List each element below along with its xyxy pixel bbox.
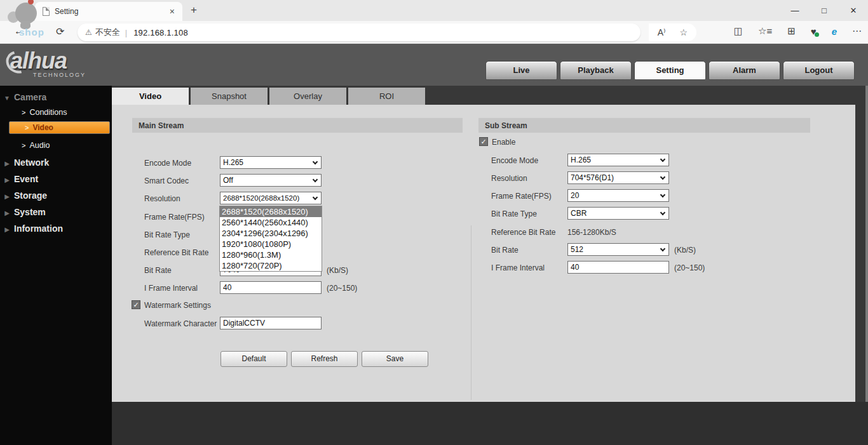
sidebar-item-conditions[interactable]: >Conditions bbox=[0, 105, 112, 121]
sub-i-frame-interval-input[interactable] bbox=[567, 261, 669, 274]
dropdown-option[interactable]: 1280*720(720P) bbox=[220, 260, 322, 271]
sub-bit-rate-type-select[interactable]: CBR bbox=[567, 207, 669, 220]
tab-close-icon[interactable]: × bbox=[167, 6, 177, 17]
watermark-character-input[interactable] bbox=[220, 317, 322, 329]
sub-resolution-label: Resolution bbox=[491, 174, 527, 183]
reference-bit-rate-label: Reference Bit Rate bbox=[144, 248, 208, 257]
refresh-button[interactable]: Refresh bbox=[291, 351, 358, 367]
nav-logout-button[interactable]: Logout bbox=[783, 61, 855, 80]
logo-subtext: TECHNOLOGY bbox=[33, 72, 86, 78]
sub-resolution-select[interactable]: 704*576(D1) bbox=[567, 171, 669, 184]
main-stream-header: Main Stream bbox=[132, 117, 463, 133]
sub-encode-mode-label: Encode Mode bbox=[491, 156, 538, 165]
dahua-logo: alhua TECHNOLOGY bbox=[10, 48, 86, 78]
i-frame-interval-label: I Frame Interval bbox=[144, 284, 198, 293]
page-tabs: Video Snapshot Overlay ROI bbox=[112, 88, 427, 105]
minimize-button[interactable]: — bbox=[780, 0, 810, 21]
column-divider bbox=[471, 225, 471, 400]
tab-groups-icon[interactable]: ⊞ bbox=[787, 25, 796, 37]
sidebar-group-storage[interactable]: ▶Storage bbox=[0, 188, 112, 203]
arrow-right-icon: > bbox=[22, 109, 25, 116]
tab-video[interactable]: Video bbox=[112, 88, 189, 105]
address-bar[interactable]: ⚠ 不安全 | 192.168.1.108 bbox=[78, 23, 641, 41]
dropdown-option[interactable]: 1280*960(1.3M) bbox=[220, 249, 322, 260]
nav-playback-button[interactable]: Playback bbox=[560, 61, 632, 80]
chevron-down-icon bbox=[313, 159, 318, 164]
sub-reference-bit-rate-value: 156-1280Kb/S bbox=[567, 228, 616, 237]
sidebar-group-camera[interactable]: ▼Camera bbox=[0, 90, 112, 105]
refresh-icon[interactable]: ⟳ bbox=[56, 25, 64, 37]
favorite-star-icon[interactable]: ☆ bbox=[679, 27, 688, 37]
resolution-label: Resolution bbox=[144, 194, 180, 203]
maximize-button[interactable]: □ bbox=[810, 0, 839, 21]
chevron-right-icon: ▶ bbox=[0, 222, 14, 237]
frame-rate-label: Frame Rate(FPS) bbox=[144, 213, 205, 222]
back-icon[interactable]: ← bbox=[14, 25, 24, 37]
i-frame-range: (20~150) bbox=[327, 284, 357, 293]
page-favicon-icon bbox=[43, 7, 50, 16]
nav-setting-button[interactable]: Setting bbox=[634, 61, 706, 80]
more-menu-icon[interactable]: ⋯ bbox=[852, 25, 862, 37]
sub-enable-checkbox[interactable]: ✓ bbox=[479, 137, 488, 146]
resolution-dropdown-list: 2688*1520(2688x1520) 2560*1440(2560x1440… bbox=[219, 206, 322, 272]
sub-frame-rate-select[interactable]: 20 bbox=[567, 189, 669, 202]
tab-overlay[interactable]: Overlay bbox=[269, 88, 346, 105]
sub-stream-header: Sub Stream bbox=[478, 117, 810, 133]
resolution-select[interactable]: 2688*1520(2688x1520) bbox=[220, 192, 322, 204]
sidebar-group-network[interactable]: ▶Network bbox=[0, 155, 112, 170]
sidebar-group-information[interactable]: ▶Information bbox=[0, 221, 112, 236]
chevron-down-icon bbox=[660, 157, 665, 162]
chevron-down-icon bbox=[660, 246, 665, 251]
sub-bit-rate-unit: (Kb/S) bbox=[674, 246, 696, 255]
close-button[interactable]: ✕ bbox=[839, 0, 868, 21]
sub-bit-rate-label: Bit Rate bbox=[491, 246, 519, 255]
sidebar-item-video[interactable]: >Video bbox=[9, 121, 110, 134]
browser-tab-setting[interactable]: Setting × bbox=[35, 2, 182, 21]
encode-mode-select[interactable]: H.265 bbox=[220, 156, 322, 169]
arrow-right-icon: > bbox=[25, 124, 29, 131]
nav-live-button[interactable]: Live bbox=[485, 61, 557, 80]
chevron-right-icon: ▶ bbox=[0, 189, 14, 204]
watermark-settings-label: Watermark Settings bbox=[144, 301, 211, 310]
dropdown-option[interactable]: 2304*1296(2304x1296) bbox=[220, 228, 322, 239]
browser-toolbar: ← ⟳ ⚠ 不安全 | 192.168.1.108 A⁾ ☆ ◫ ☆≡ ⊞ ♥ … bbox=[0, 21, 868, 44]
sub-bit-rate-select[interactable]: 512 bbox=[567, 243, 669, 256]
dropdown-option[interactable]: 2560*1440(2560x1440) bbox=[220, 217, 322, 228]
read-aloud-icon[interactable]: A⁾ bbox=[658, 27, 666, 37]
chevron-down-icon bbox=[660, 210, 665, 215]
watermark-character-label: Watermark Character bbox=[144, 319, 217, 328]
sidebar-group-event[interactable]: ▶Event bbox=[0, 171, 112, 187]
i-frame-interval-input[interactable] bbox=[220, 281, 322, 294]
sub-i-frame-range: (20~150) bbox=[674, 263, 705, 272]
ie-mode-icon[interactable]: e bbox=[832, 26, 837, 37]
toolbar-icons: ◫ ☆≡ ⊞ ♥ e ⋯ bbox=[734, 25, 862, 37]
tab-snapshot[interactable]: Snapshot bbox=[191, 88, 268, 105]
default-button[interactable]: Default bbox=[220, 351, 287, 367]
url-text[interactable]: 192.168.1.108 bbox=[133, 28, 188, 37]
chevron-right-icon: ▶ bbox=[0, 173, 14, 188]
bottom-band bbox=[112, 402, 868, 445]
main-nav: Live Playback Setting Alarm Logout bbox=[485, 61, 855, 80]
nav-alarm-button[interactable]: Alarm bbox=[709, 61, 780, 80]
chevron-right-icon: ▶ bbox=[0, 206, 14, 221]
new-tab-button[interactable]: + bbox=[191, 4, 197, 17]
bit-rate-type-label: Bit Rate Type bbox=[144, 230, 190, 239]
bit-rate-label: Bit Rate bbox=[144, 266, 172, 275]
collections-icon[interactable]: ☆≡ bbox=[758, 25, 772, 37]
save-button[interactable]: Save bbox=[362, 351, 428, 367]
browser-titlebar: Setting × + — □ ✕ bbox=[0, 0, 868, 21]
sub-encode-mode-select[interactable]: H.265 bbox=[567, 154, 669, 166]
browser-essentials-icon[interactable]: ♥ bbox=[811, 26, 817, 37]
dropdown-option[interactable]: 1920*1080(1080P) bbox=[220, 239, 322, 249]
tab-roi[interactable]: ROI bbox=[348, 88, 425, 105]
sidebar: ▼Camera >Conditions >Video >Audio ▶Netwo… bbox=[0, 86, 112, 445]
smart-codec-select[interactable]: Off bbox=[220, 174, 322, 187]
encode-mode-label: Encode Mode bbox=[144, 159, 191, 168]
dropdown-option[interactable]: 2688*1520(2688x1520) bbox=[220, 206, 322, 217]
sidebar-item-audio[interactable]: >Audio bbox=[0, 138, 112, 154]
split-screen-icon[interactable]: ◫ bbox=[734, 25, 743, 37]
watermark-settings-checkbox[interactable]: ✓ bbox=[132, 300, 140, 309]
content-panel: Main Stream Encode Mode H.265 Smart Code… bbox=[112, 105, 855, 402]
chevron-down-icon bbox=[660, 175, 665, 180]
sidebar-group-system[interactable]: ▶System bbox=[0, 204, 112, 220]
